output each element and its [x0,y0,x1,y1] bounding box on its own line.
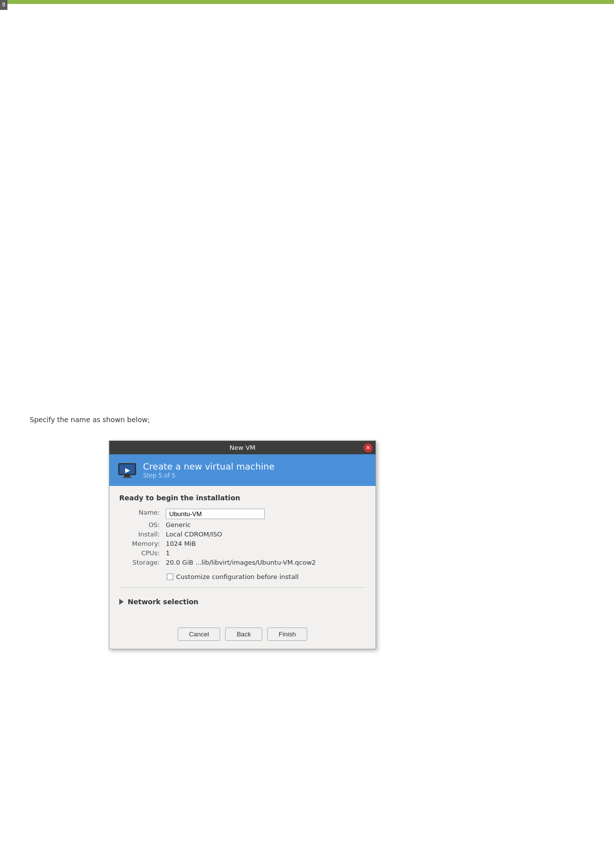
storage-value: 20.0 GiB ...lib/libvirt/images/Ubuntu-VM… [164,558,366,567]
name-row: Name: [119,508,366,520]
name-input[interactable] [166,509,265,519]
memory-value: 1024 MiB [164,539,366,548]
customize-label: Customize configuration before install [176,573,299,580]
svg-rect-2 [124,475,130,477]
ready-text: Ready to begin the installation [119,494,366,502]
cpus-value: 1 [164,548,366,558]
name-value-cell [164,508,366,520]
vm-icon [117,460,137,480]
storage-label: Storage: [119,558,164,567]
page-number: 8 [0,0,7,10]
dialog-footer: Cancel Back Finish [109,624,376,649]
cpus-row: CPUs: 1 [119,548,366,558]
triangle-icon [119,599,124,605]
dialog-header: Create a new virtual machine Step 5 of 5 [109,454,376,486]
network-section[interactable]: Network selection [119,595,366,609]
cancel-button[interactable]: Cancel [178,627,220,641]
install-label: Install: [119,530,164,539]
divider [119,587,366,588]
svg-rect-3 [122,477,132,478]
dialog-body: Ready to begin the installation Name: OS… [109,486,376,624]
dialog-titlebar: New VM × [109,441,376,454]
top-bar [0,0,614,4]
back-button[interactable]: Back [225,627,262,641]
os-value: Generic [164,520,366,530]
memory-row: Memory: 1024 MiB [119,539,366,548]
info-table: Name: OS: Generic Install: Local CDROM/I… [119,508,366,567]
close-button[interactable]: × [364,443,373,452]
customize-row: Customize configuration before install [119,573,366,580]
os-row: OS: Generic [119,520,366,530]
install-value: Local CDROM/ISO [164,530,366,539]
dialog-header-title: Create a new virtual machine [143,461,275,472]
memory-label: Memory: [119,539,164,548]
dialog-title: New VM [230,444,256,451]
new-vm-dialog: New VM × Create a new virtual machine St… [109,440,376,649]
finish-button[interactable]: Finish [267,627,307,641]
storage-row: Storage: 20.0 GiB ...lib/libvirt/images/… [119,558,366,567]
network-selection-label: Network selection [128,598,198,606]
dialog-header-subtitle: Step 5 of 5 [143,472,275,479]
name-label: Name: [119,508,164,520]
instruction-text: Specify the name as shown below; [30,416,150,424]
dialog-header-text: Create a new virtual machine Step 5 of 5 [143,461,275,479]
os-label: OS: [119,520,164,530]
install-row: Install: Local CDROM/ISO [119,530,366,539]
customize-checkbox[interactable] [167,574,173,580]
cpus-label: CPUs: [119,548,164,558]
